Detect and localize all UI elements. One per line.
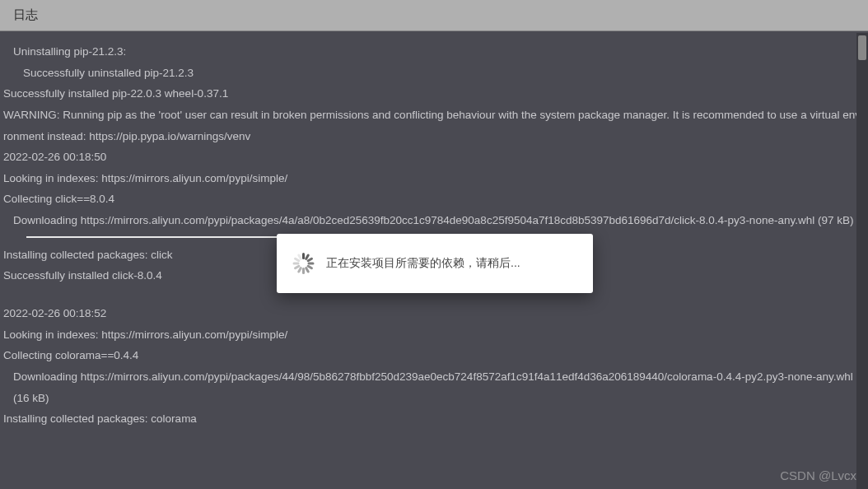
- log-line: Downloading https://mirrors.aliyun.com/p…: [3, 366, 865, 408]
- log-line: Installing collected packages: colorama: [3, 408, 865, 430]
- loading-modal: 正在安装项目所需要的依赖，请稍后...: [277, 234, 593, 293]
- watermark-text: CSDN @Lvcx: [780, 468, 856, 482]
- scrollbar-track[interactable]: [856, 33, 868, 489]
- log-line: Uninstalling pip-21.2.3:: [3, 41, 865, 63]
- log-panel-title: 日志: [13, 7, 38, 21]
- log-line: 2022-02-26 00:18:52: [3, 303, 865, 324]
- scrollbar-thumb[interactable]: [858, 35, 866, 60]
- log-line: 2022-02-26 00:18:50: [3, 147, 865, 168]
- loading-spinner-icon: [292, 252, 315, 275]
- log-line: Looking in indexes: https://mirrors.aliy…: [3, 324, 865, 346]
- log-line: Successfully uninstalled pip-21.2.3: [3, 63, 865, 84]
- log-line: Looking in indexes: https://mirrors.aliy…: [3, 168, 865, 189]
- log-line: Successfully installed pip-22.0.3 wheel-…: [3, 83, 865, 105]
- log-line: WARNING: Running pip as the 'root' user …: [3, 105, 865, 147]
- log-line: Collecting click==8.0.4: [3, 189, 865, 210]
- log-line: Downloading https://mirrors.aliyun.com/p…: [3, 210, 865, 231]
- log-panel-header: 日志: [0, 0, 868, 31]
- log-line: Collecting colorama==0.4.4: [3, 345, 865, 366]
- loading-modal-message: 正在安装项目所需要的依赖，请稍后...: [326, 256, 520, 271]
- download-progress-bar: [26, 236, 278, 238]
